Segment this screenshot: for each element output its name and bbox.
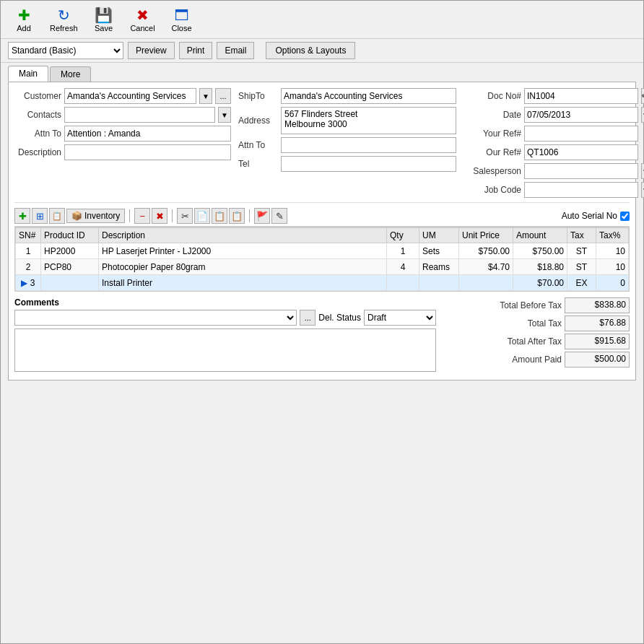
salesperson-input[interactable]: [524, 163, 638, 179]
auto-serial-checkbox[interactable]: [620, 212, 630, 221]
description-input[interactable]: [64, 144, 231, 160]
total-after-tax-value: $915.68: [565, 334, 630, 349]
address-field-row: Address 567 Flinders Street Melbourne 30…: [238, 107, 456, 134]
insert-item-btn[interactable]: ⊞: [32, 208, 48, 224]
customer-dropdown-btn[interactable]: ▼: [199, 88, 212, 104]
table-row[interactable]: ▶ 3 Install Printer $70.00 EX 0: [16, 275, 629, 291]
cell-description: Photocopier Paper 80gram: [99, 259, 387, 275]
address-line1: 567 Flinders Street: [284, 109, 453, 119]
date-input[interactable]: [524, 107, 638, 123]
toolbar-separator2: [172, 209, 173, 222]
col-amount: Amount: [513, 228, 567, 243]
close-button[interactable]: 🗖 Close: [166, 5, 198, 34]
layout-select[interactable]: Standard (Basic): [8, 42, 123, 59]
cell-tax-pct: 10: [596, 243, 629, 259]
date-dropdown-btn[interactable]: ▼: [641, 107, 644, 123]
col-tax-pct: Tax%: [596, 228, 629, 243]
contacts-input[interactable]: [64, 107, 215, 123]
cell-qty: [387, 275, 419, 291]
amount-paid-value: $500.00: [565, 352, 630, 367]
edit-btn[interactable]: ✎: [271, 208, 287, 224]
del-status-select[interactable]: Draft: [364, 310, 436, 326]
our-ref-input[interactable]: [524, 144, 638, 160]
table-row[interactable]: 1 HP2000 HP Laserjet Printer - LJ2000 1 …: [16, 243, 629, 259]
auto-serial-row: Auto Serial No: [562, 211, 630, 221]
remove-item-btn[interactable]: ✖: [152, 208, 167, 224]
options-layouts-button[interactable]: Options & Layouts: [266, 42, 355, 59]
date-field-row: Date ▼: [464, 107, 630, 123]
cell-tax: ST: [567, 243, 596, 259]
tel-input[interactable]: [281, 156, 456, 172]
comments-row: ... Del. Status Draft: [14, 310, 436, 326]
refresh-button[interactable]: ↻ Refresh: [47, 5, 81, 34]
inventory-btn[interactable]: 📦 Inventory: [66, 209, 125, 223]
item-btn3[interactable]: 📋: [49, 208, 65, 224]
tab-more[interactable]: More: [50, 66, 91, 82]
print-button[interactable]: Print: [179, 42, 213, 59]
shipto-input[interactable]: [281, 88, 456, 104]
contacts-label: Contacts: [14, 110, 61, 120]
total-tax-value: $76.88: [565, 316, 630, 331]
delete-item-btn[interactable]: −: [134, 208, 150, 224]
cell-tax: ST: [567, 259, 596, 275]
customer-input[interactable]: [64, 88, 196, 104]
your-ref-input[interactable]: [524, 126, 638, 142]
total-before-tax-value: $838.80: [565, 297, 630, 313]
col-product-id: Product ID: [41, 228, 99, 243]
col-sn: SN#: [16, 228, 41, 243]
job-code-dropdown-btn[interactable]: ▼: [641, 182, 644, 198]
our-ref-label: Our Ref#: [464, 147, 521, 157]
date-label: Date: [464, 110, 521, 120]
email-button[interactable]: Email: [217, 42, 254, 59]
shipto-attn-input[interactable]: [281, 137, 456, 153]
del-status-label: Del. Status: [318, 313, 361, 323]
comments-ellipsis-btn[interactable]: ...: [300, 310, 316, 326]
cell-unit-price: $750.00: [459, 243, 513, 259]
job-code-label: Job Code: [464, 185, 521, 195]
doc-section: Doc No# ✏ Date ▼ Your Ref# Our Ref#: [464, 88, 630, 198]
doc-no-edit-btn[interactable]: ✏: [641, 88, 644, 104]
toolbar-separator1: [129, 209, 130, 222]
close-icon: 🗖: [175, 6, 189, 24]
cell-tax: EX: [567, 275, 596, 291]
salesperson-label: Salesperson: [464, 166, 521, 176]
flag-btn[interactable]: 🚩: [254, 208, 270, 224]
preview-button[interactable]: Preview: [128, 42, 175, 59]
contacts-dropdown-btn[interactable]: ▼: [218, 107, 231, 123]
cut-btn[interactable]: ✂: [177, 208, 193, 224]
tab-main[interactable]: Main: [8, 66, 48, 82]
save-label: Save: [95, 24, 113, 32]
add-button[interactable]: ✚ Add: [8, 5, 40, 34]
col-description: Description: [99, 228, 387, 243]
doc-no-input[interactable]: [524, 88, 638, 104]
copy-btn[interactable]: 📄: [194, 208, 210, 224]
totals-section: Total Before Tax $838.80 Total Tax $76.8…: [442, 297, 630, 374]
cell-amount: $750.00: [513, 243, 567, 259]
cell-product-id: [41, 275, 99, 291]
cancel-button[interactable]: ✖ Cancel: [127, 5, 159, 34]
items-toolbar: ✚ ⊞ 📋 📦 Inventory − ✖ ✂ 📄 📋 📋 🚩 ✎ Auto S…: [14, 206, 630, 227]
attn-to-input[interactable]: [64, 126, 231, 142]
table-row[interactable]: 2 PCP80 Photocopier Paper 80gram 4 Reams…: [16, 259, 629, 275]
doc-no-label: Doc No#: [464, 91, 521, 101]
shipto-section: ShipTo Address 567 Flinders Street Melbo…: [238, 88, 456, 198]
cell-sn: ▶ 3: [16, 275, 41, 291]
job-code-input[interactable]: [524, 182, 638, 198]
inventory-icon: 📦: [71, 211, 82, 221]
close-label: Close: [171, 24, 191, 32]
customer-ellipsis-btn[interactable]: ...: [215, 88, 231, 104]
items-table: SN# Product ID Description Qty UM Unit P…: [15, 227, 629, 291]
comments-select[interactable]: [14, 310, 297, 326]
comments-textarea[interactable]: [14, 328, 436, 372]
add-item-btn[interactable]: ✚: [14, 208, 30, 224]
total-after-tax-label: Total After Tax: [442, 336, 562, 347]
paste-btn[interactable]: 📋: [212, 208, 227, 224]
shipto-attn-field-row: Attn To: [238, 137, 456, 153]
cell-amount: $18.80: [513, 259, 567, 275]
save-button[interactable]: 💾 Save: [88, 5, 120, 34]
comments-label: Comments: [14, 297, 436, 308]
salesperson-dropdown-btn[interactable]: ▼: [641, 163, 644, 179]
paste2-btn[interactable]: 📋: [229, 208, 245, 224]
amount-paid-row: Amount Paid $500.00: [442, 352, 630, 367]
section-divider: [14, 202, 630, 203]
